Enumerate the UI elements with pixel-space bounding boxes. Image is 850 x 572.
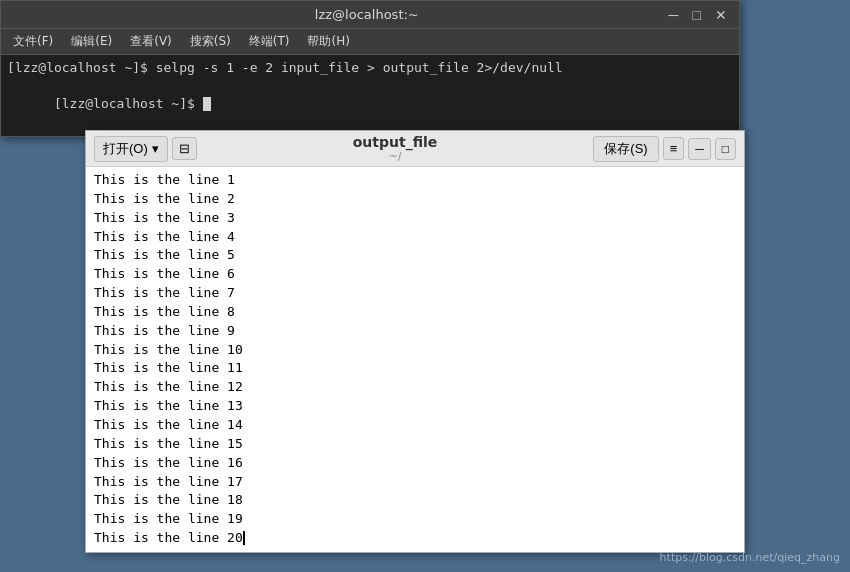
editor-line-20: This is the line 20 xyxy=(94,529,736,548)
editor-filepath: ~/ xyxy=(197,150,594,163)
editor-line-17: This is the line 17 xyxy=(94,473,736,492)
editor-line-11: This is the line 11 xyxy=(94,359,736,378)
editor-line-15: This is the line 15 xyxy=(94,435,736,454)
editor-line-6: This is the line 6 xyxy=(94,265,736,284)
editor-line-1: This is the line 1 xyxy=(94,171,736,190)
terminal-controls: ─ □ ✕ xyxy=(665,8,731,22)
editor-body[interactable]: This is the line 1This is the line 2This… xyxy=(86,167,744,552)
editor-menu-button[interactable]: ≡ xyxy=(663,137,685,160)
terminal-line-1: [lzz@localhost ~]$ selpg -s 1 -e 2 input… xyxy=(7,59,733,77)
editor-line-14: This is the line 14 xyxy=(94,416,736,435)
terminal-menu-view[interactable]: 查看(V) xyxy=(122,31,180,52)
terminal-window: lzz@localhost:~ ─ □ ✕ 文件(F) 编辑(E) 查看(V) … xyxy=(0,0,740,137)
terminal-menu-edit[interactable]: 编辑(E) xyxy=(63,31,120,52)
terminal-menu-help[interactable]: 帮助(H) xyxy=(299,31,357,52)
editor-line-18: This is the line 18 xyxy=(94,491,736,510)
editor-line-4: This is the line 4 xyxy=(94,228,736,247)
editor-line-12: This is the line 12 xyxy=(94,378,736,397)
terminal-titlebar: lzz@localhost:~ ─ □ ✕ xyxy=(1,1,739,29)
editor-line-10: This is the line 10 xyxy=(94,341,736,360)
editor-line-8: This is the line 8 xyxy=(94,303,736,322)
terminal-maximize-button[interactable]: □ xyxy=(689,8,705,22)
editor-line-9: This is the line 9 xyxy=(94,322,736,341)
editor-minimize-button[interactable]: ─ xyxy=(688,138,711,160)
terminal-line-2: [lzz@localhost ~]$ xyxy=(7,77,733,132)
editor-filename: output_file xyxy=(197,134,594,150)
editor-insert-button[interactable]: ⊟ xyxy=(172,137,197,160)
watermark: https://blog.csdn.net/qieq_zhang xyxy=(660,551,840,564)
editor-line-7: This is the line 7 xyxy=(94,284,736,303)
editor-open-button[interactable]: 打开(O) ▾ xyxy=(94,136,168,162)
editor-line-2: This is the line 2 xyxy=(94,190,736,209)
terminal-menu-terminal[interactable]: 终端(T) xyxy=(241,31,298,52)
editor-line-19: This is the line 19 xyxy=(94,510,736,529)
editor-open-label: 打开(O) xyxy=(103,140,148,158)
editor-line-13: This is the line 13 xyxy=(94,397,736,416)
terminal-menu-file[interactable]: 文件(F) xyxy=(5,31,61,52)
terminal-minimize-button[interactable]: ─ xyxy=(665,8,683,22)
terminal-menubar: 文件(F) 编辑(E) 查看(V) 搜索(S) 终端(T) 帮助(H) xyxy=(1,29,739,55)
editor-toolbar-left: 打开(O) ▾ ⊟ xyxy=(94,136,197,162)
insert-icon: ⊟ xyxy=(179,141,190,156)
editor-toolbar-right: 保存(S) ≡ ─ □ xyxy=(593,136,736,162)
editor-line-3: This is the line 3 xyxy=(94,209,736,228)
editor-cursor xyxy=(243,531,245,545)
editor-close-button[interactable]: □ xyxy=(715,138,736,160)
editor-save-button[interactable]: 保存(S) xyxy=(593,136,658,162)
editor-window: 打开(O) ▾ ⊟ output_file ~/ 保存(S) ≡ ─ □ Thi… xyxy=(85,130,745,553)
terminal-menu-search[interactable]: 搜索(S) xyxy=(182,31,239,52)
editor-titlebar: 打开(O) ▾ ⊟ output_file ~/ 保存(S) ≡ ─ □ xyxy=(86,131,744,167)
terminal-close-button[interactable]: ✕ xyxy=(711,8,731,22)
terminal-body[interactable]: [lzz@localhost ~]$ selpg -s 1 -e 2 input… xyxy=(1,55,739,136)
editor-line-16: This is the line 16 xyxy=(94,454,736,473)
terminal-cursor xyxy=(203,97,211,111)
editor-line-5: This is the line 5 xyxy=(94,246,736,265)
terminal-title: lzz@localhost:~ xyxy=(69,7,665,22)
editor-title-center: output_file ~/ xyxy=(197,134,594,163)
chevron-down-icon: ▾ xyxy=(152,141,159,156)
